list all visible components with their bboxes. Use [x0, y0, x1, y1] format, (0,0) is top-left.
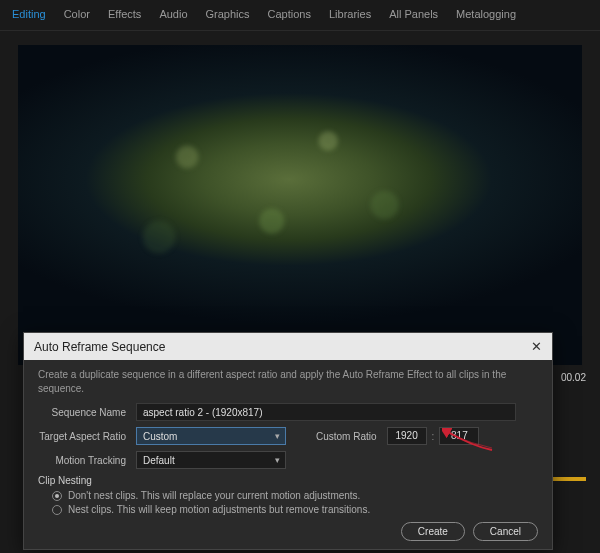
sequence-name-input[interactable]: aspect ratio 2 - (1920x817) [136, 403, 516, 421]
tab-captions[interactable]: Captions [268, 8, 311, 20]
tab-libraries[interactable]: Libraries [329, 8, 371, 20]
create-button[interactable]: Create [401, 522, 465, 541]
motion-tracking-label: Motion Tracking [38, 455, 136, 466]
nest-option-1[interactable]: Don't nest clips. This will replace your… [38, 490, 538, 501]
tab-effects[interactable]: Effects [108, 8, 141, 20]
nest-option-2[interactable]: Nest clips. This will keep motion adjust… [38, 504, 538, 515]
nest-option-1-label: Don't nest clips. This will replace your… [68, 490, 360, 501]
tab-all-panels[interactable]: All Panels [389, 8, 438, 20]
aspect-ratio-label: Target Aspect Ratio [38, 431, 136, 442]
tab-color[interactable]: Color [64, 8, 90, 20]
auto-reframe-dialog: Auto Reframe Sequence ✕ Create a duplica… [23, 332, 553, 550]
custom-width-input[interactable]: 1920 [387, 427, 427, 445]
tab-editing[interactable]: Editing [12, 8, 46, 20]
close-icon[interactable]: ✕ [531, 339, 542, 354]
tab-metalogging[interactable]: Metalogging [456, 8, 516, 20]
aspect-ratio-select[interactable]: Custom [136, 427, 286, 445]
radio-icon[interactable] [52, 505, 62, 515]
custom-ratio-label: Custom Ratio [316, 431, 377, 442]
cancel-button[interactable]: Cancel [473, 522, 538, 541]
dialog-titlebar: Auto Reframe Sequence ✕ [24, 333, 552, 360]
sequence-name-label: Sequence Name [38, 407, 136, 418]
tab-audio[interactable]: Audio [159, 8, 187, 20]
dialog-title-text: Auto Reframe Sequence [34, 340, 165, 354]
dialog-description: Create a duplicate sequence in a differe… [38, 368, 538, 395]
radio-icon[interactable] [52, 491, 62, 501]
nest-option-2-label: Nest clips. This will keep motion adjust… [68, 504, 370, 515]
clip-nesting-title: Clip Nesting [38, 475, 538, 486]
workspace-tabs: Editing Color Effects Audio Graphics Cap… [0, 0, 600, 31]
program-monitor[interactable] [18, 45, 582, 365]
timecode-zoom: 00.02 [561, 372, 586, 383]
custom-height-input[interactable]: 817 [439, 427, 479, 445]
motion-tracking-select[interactable]: Default [136, 451, 286, 469]
tab-graphics[interactable]: Graphics [206, 8, 250, 20]
ratio-colon: : [432, 431, 435, 442]
